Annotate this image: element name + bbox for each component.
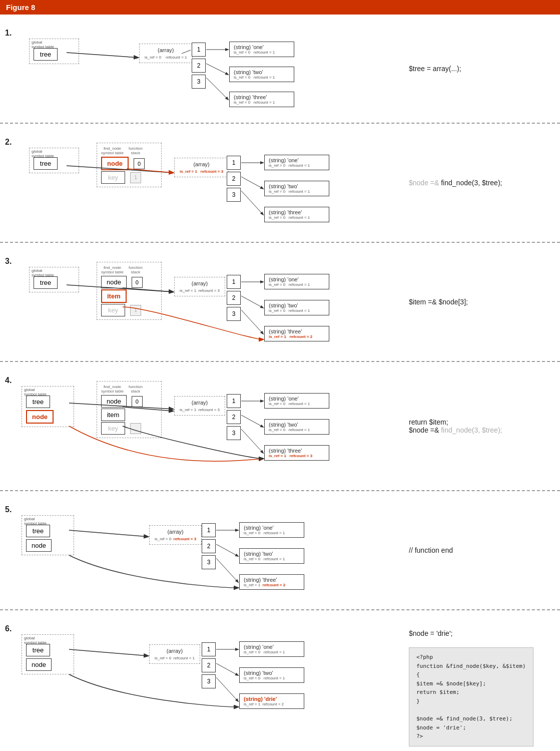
index-cells-6: 1 2 3 [202, 642, 216, 689]
code-block-box: <?php function &find_node($key, &$item) … [409, 647, 533, 746]
arrows-4 [19, 371, 409, 501]
var-node-5: node [26, 539, 52, 552]
str-three-4: (string) 'three' is_ref = 1 refcount = 3 [264, 445, 329, 461]
str-meta-one-1: is_ref = 0 refcount = 1 [234, 50, 290, 55]
row-5: 5. global symbol table tree node (array)… [0, 491, 560, 610]
svg-line-13 [241, 296, 263, 308]
code-area-6: $node = 'drie'; <?php function &find_nod… [400, 619, 560, 746]
idx-1-3: 3 [192, 75, 206, 89]
var-node-4: node [101, 395, 127, 408]
row-num-2: 2. [0, 133, 19, 233]
diagram-area-5: global symbol table tree node (array) is… [19, 500, 400, 600]
idx-3-1: 1 [227, 275, 241, 289]
code-area-4: return $item; $node =& find_node(3, $tre… [400, 371, 560, 481]
diagram-area-4: global symbol table tree node find_nodes… [19, 371, 400, 481]
var-node-global-4: node [26, 410, 54, 424]
code-text-6: $node = 'drie'; [409, 629, 452, 637]
str-one-1: (string) 'one' is_ref = 0 refcount = 1 [229, 42, 294, 57]
str-one-4: (string) 'one' is_ref = 0 refcount = 1 [264, 393, 329, 409]
global-sym-label-2: global symbol table [32, 149, 54, 158]
var-tree-5: tree [26, 525, 50, 537]
main-container: 1. global symbol table tree (array) is_r… [0, 15, 560, 751]
funcstack-3: find_nodesymbol table functionstack node… [97, 262, 162, 320]
small-box-3: 1 [130, 305, 141, 316]
str-meta-three-3: is_ref = 1 refcount = 2 [269, 334, 325, 339]
diagram-area-1: global symbol table tree (array) is_ref … [19, 24, 400, 114]
svg-line-3 [206, 64, 228, 75]
svg-line-22 [216, 544, 238, 556]
zero-box-2: 0 [134, 158, 145, 169]
svg-line-9 [241, 191, 263, 215]
global-sym-table-6: global symbol table tree node [22, 634, 74, 674]
array-box-6: (array) is_ref = 0 refcount = 1 [149, 644, 200, 664]
str-three-5: (string) 'three' is_ref = 1 refcount = 2 [239, 574, 304, 590]
global-sym-table-1: global symbol table tree [29, 39, 79, 64]
code-text-4: return $item; $node =& find_node(3, $tre… [409, 418, 502, 434]
code-text-3: $item =& $node[3]; [409, 298, 468, 306]
index-cells-5: 1 2 3 [202, 523, 216, 570]
code-text-5: // function end [409, 546, 453, 554]
code-text-1: $tree = array(...); [409, 65, 461, 73]
global-sym-table-2: global symbol table tree [29, 148, 79, 173]
diagram-area-2: global symbol table tree find_nodesymbol… [19, 133, 400, 233]
var-tree-1: tree [34, 48, 58, 61]
svg-line-14 [241, 310, 263, 334]
array-box-4: (array) is_ref = 1 refcount = 3 [174, 396, 225, 416]
str-one-6: (string) 'one' is_ref = 0 refcount = 1 [239, 641, 304, 657]
global-sym-label-1: global symbol table [32, 40, 54, 49]
row-num-6: 6. [0, 619, 19, 746]
str-one-2: (string) 'one' is_ref = 0 refcount = 1 [264, 155, 329, 170]
idx-1-1: 1 [192, 43, 206, 57]
code-gray-2: $node =& [409, 179, 441, 187]
global-sym-label-3: global symbol table [32, 268, 54, 277]
code-text-2: $node =& find_node(3, $tree); [409, 179, 502, 187]
var-key-3: key [101, 304, 125, 316]
code-line2-4: $node =& find_node(3, $tree); [409, 426, 502, 434]
row-6: 6. global symbol table tree node (array)… [0, 610, 560, 751]
figure-title: Figure 8 [6, 3, 35, 12]
str-one-3: (string) 'one' is_ref = 0 refcount = 1 [264, 274, 329, 289]
global-sym-label-4: global symbol table [24, 388, 47, 397]
sym-row-tree-2: tree [34, 157, 75, 170]
array-box-5: (array) is_ref = 0 refcount = 3 [149, 525, 202, 545]
small-box-4 [130, 423, 141, 434]
row-4: 4. global symbol table tree node find_no… [0, 362, 560, 491]
var-node-2: node [101, 157, 129, 170]
code-area-1: $tree = array(...); [400, 24, 560, 114]
idx-3-3: 3 [227, 307, 241, 321]
row-1: 1. global symbol table tree (array) is_r… [0, 15, 560, 124]
idx-1-2: 2 [192, 59, 206, 73]
diagram-area-3: global symbol table tree find_nodesymbol… [19, 252, 400, 352]
var-key-4: key [101, 422, 125, 435]
index-cells-1: 1 2 3 [192, 43, 206, 90]
str-two-6: (string) 'two' is_ref = 0 refcount = 1 [239, 667, 304, 683]
str-one-5: (string) 'one' is_ref = 0 refcount = 1 [239, 522, 304, 538]
global-sym-table-4: global symbol table tree node [22, 386, 74, 427]
var-item-3: item [101, 289, 127, 303]
str-two-4: (string) 'two' is_ref = 0 refcount = 1 [264, 419, 329, 435]
idx-3-2: 2 [227, 291, 241, 305]
str-three-3: (string) 'three' is_ref = 1 refcount = 2 [264, 326, 329, 341]
idx-2-2: 2 [227, 172, 241, 186]
index-cells-2: 1 2 3 [227, 156, 241, 203]
idx-2-1: 1 [227, 156, 241, 170]
row-3: 3. global symbol table tree find_nodesym… [0, 243, 560, 362]
var-item-4: item [101, 409, 125, 421]
array-meta-2: is_ref = 1 refcount = 3 [180, 169, 223, 174]
var-node-6: node [26, 658, 52, 671]
svg-line-20 [69, 530, 148, 537]
svg-line-23 [216, 558, 238, 582]
global-sym-table-3: global symbol table tree [29, 267, 79, 292]
str-three-1: (string) 'three' is_ref = 0 refcount = 1 [229, 92, 294, 107]
svg-line-27 [216, 677, 238, 701]
zero-box-3: 0 [132, 277, 143, 288]
str-two-1: (string) 'two' is_ref = 0 refcount = 1 [229, 67, 294, 82]
str-drie-6: (string) 'drie' is_ref = 1 refcount = 2 [239, 693, 304, 709]
str-three-2: (string) 'three' is_ref = 0 refcount = 1 [264, 207, 329, 222]
funcstack-2: find_nodesymbol table functionstack node… [97, 143, 162, 187]
svg-line-26 [216, 663, 238, 675]
fn-stack-label-3: functionstack [129, 265, 143, 274]
sym-row-tree-1: tree [34, 48, 75, 61]
row-2: 2. global symbol table tree find_nodesym… [0, 124, 560, 243]
row-num-5: 5. [0, 500, 19, 600]
